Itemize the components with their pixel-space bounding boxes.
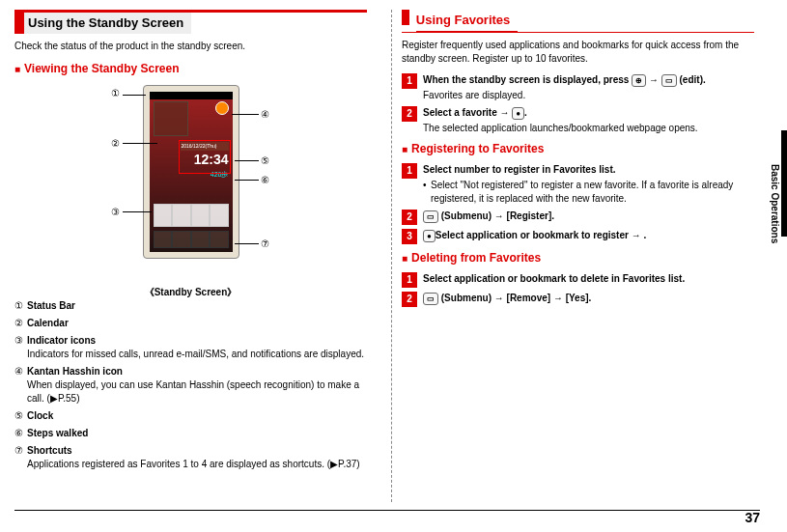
callout-line: [235, 243, 259, 244]
subsection-viewing: Viewing the Standby Screen: [14, 61, 367, 77]
step-title: When the standby screen is displayed, pr…: [423, 74, 706, 85]
section-title: Using Favorites: [416, 10, 519, 32]
item-title: Kantan Hasshin icon: [27, 366, 123, 377]
popup-cell: [154, 204, 173, 227]
callout-1: ①: [111, 87, 120, 100]
main-steps: 1 When the standby screen is displayed, …: [402, 73, 754, 135]
footer-rule: [14, 510, 760, 511]
intro-text: Register frequently used applications an…: [402, 39, 754, 66]
left-column: Using the Standby Screen Check the statu…: [14, 10, 367, 522]
popup-cell: [172, 204, 191, 227]
key-icon: ●: [512, 107, 524, 120]
deleting-steps: 1 Select application or bookmark to dele…: [402, 272, 754, 307]
section-header-favorites: Using Favorites: [402, 10, 754, 33]
page-number: 37: [745, 509, 760, 528]
item-desc: Indicators for missed calls, unread e-ma…: [27, 348, 367, 361]
item-num: ⑥: [14, 427, 23, 440]
step-content: ▭ (Submenu) → [Remove] → [Yes].: [423, 292, 754, 307]
callout-item: ④ Kantan Hasshin icon When displayed, yo…: [14, 365, 367, 406]
section-title: Using the Standby Screen: [14, 13, 191, 34]
callout-item: ⑥ Steps walked: [14, 427, 367, 440]
step-number: 2: [402, 106, 417, 122]
callout-item: ② Calendar: [14, 317, 367, 330]
key-icon: ▭: [423, 210, 438, 223]
callout-line: [123, 211, 152, 212]
item-title: Clock: [27, 410, 53, 421]
key-icon: ▭: [423, 293, 438, 305]
step-bullet: Select "Not registered" to register a ne…: [423, 179, 754, 206]
step-title: ▭ (Submenu) → [Remove] → [Yes].: [423, 293, 591, 303]
item-num: ④: [14, 365, 23, 406]
item-desc: When displayed, you can use Kantan Hassh…: [27, 378, 367, 406]
right-column: Using Favorites .col-right .section-head…: [402, 10, 754, 522]
shortcut-cell: [210, 231, 229, 248]
shortcuts-row: [154, 231, 229, 248]
phone-caption: 《Standby Screen》: [14, 286, 367, 299]
step-number: 1: [402, 163, 417, 179]
key-icon: ▭: [661, 74, 677, 87]
step-number: 1: [402, 272, 417, 288]
shortcut-cell: [154, 231, 173, 248]
subsection-registering: Registering to Favorites: [402, 141, 754, 157]
hasshin-icon: [215, 101, 229, 115]
item-title: Steps walked: [27, 428, 88, 438]
step: 2 Select a favorite → ●. The selected ap…: [402, 106, 754, 135]
item-content: Shortcuts Applications registered as Fav…: [27, 444, 367, 471]
step-number: 1: [402, 73, 417, 89]
phone-calendar-widget: [154, 101, 188, 136]
step-desc: The selected application launches/bookma…: [423, 122, 754, 135]
item-num: ③: [14, 334, 23, 361]
step-content: Select application or bookmark to delete…: [423, 272, 754, 288]
step-number: 2: [402, 210, 417, 225]
step-content: When the standby screen is displayed, pr…: [423, 73, 754, 102]
intro-text: Check the status of the product in the s…: [14, 40, 367, 53]
step-title: Select a favorite → ●.: [423, 107, 527, 118]
shortcut-cell: [172, 231, 191, 248]
section-header-standby: Using the Standby Screen: [14, 10, 367, 34]
callout-item: ① Status Bar: [14, 299, 367, 313]
item-title: Indicator icons: [27, 335, 96, 346]
column-divider: [391, 10, 392, 502]
callout-item: ⑤ Clock: [14, 409, 367, 423]
callout-list: ① Status Bar ② Calendar ③ Indicator icon…: [14, 299, 367, 471]
side-tab: [781, 130, 787, 237]
callout-item: ⑦ Shortcuts Applications registered as F…: [14, 444, 367, 471]
side-tab-label: Basic Operations: [768, 164, 781, 243]
step: 2 ▭ (Submenu) → [Remove] → [Yes].: [402, 292, 754, 307]
step-content: Select number to register in Favorites l…: [423, 163, 754, 206]
phone-screen: 2016/12/22(Thu) 12:34 426歩: [150, 92, 233, 252]
item-content: Clock: [27, 409, 367, 423]
step: 1 Select application or bookmark to dele…: [402, 272, 754, 288]
step-title: Select application or bookmark to delete…: [423, 273, 685, 284]
item-num: ⑦: [14, 444, 23, 471]
item-desc: Applications registered as Favorites 1 t…: [27, 458, 367, 471]
callout-line: [235, 180, 259, 181]
step-title: ●Select application or bookmark to regis…: [423, 230, 646, 240]
item-content: Indicator icons Indicators for missed ca…: [27, 334, 367, 361]
step-number: 3: [402, 229, 417, 244]
step: 1 Select number to register in Favorites…: [402, 163, 754, 206]
step-title: Select number to register in Favorites l…: [423, 164, 616, 175]
page-layout: Using the Standby Screen Check the statu…: [0, 0, 787, 532]
callout-line: [123, 95, 146, 96]
item-title: Calendar: [27, 318, 69, 328]
callout-3: ③: [111, 206, 120, 219]
callout-item: ③ Indicator icons Indicators for missed …: [14, 334, 367, 361]
key-icon: ●: [423, 230, 436, 242]
standby-diagram: 2016/12/22(Thu) 12:34 426歩: [14, 85, 367, 278]
phone-body: 2016/12/22(Thu) 12:34 426歩: [143, 85, 239, 259]
step: 3 ●Select application or bookmark to reg…: [402, 229, 754, 244]
popup-cell: [210, 204, 229, 227]
item-title: Status Bar: [27, 300, 75, 311]
callout-line: [123, 143, 157, 144]
callout-line: [235, 160, 259, 161]
callout-4: ④: [261, 108, 269, 122]
key-icon: ⊕: [632, 74, 646, 87]
step-title: ▭ (Submenu) → [Register].: [423, 210, 554, 221]
shortcut-cell: [191, 231, 211, 248]
subsection-deleting: Deleting from Favorites: [402, 250, 754, 266]
item-content: Steps walked: [27, 427, 367, 440]
step-content: Select a favorite → ●. The selected appl…: [423, 106, 754, 135]
step-desc: Favorites are displayed.: [423, 89, 754, 102]
item-content: Kantan Hasshin icon When displayed, you …: [27, 365, 367, 406]
